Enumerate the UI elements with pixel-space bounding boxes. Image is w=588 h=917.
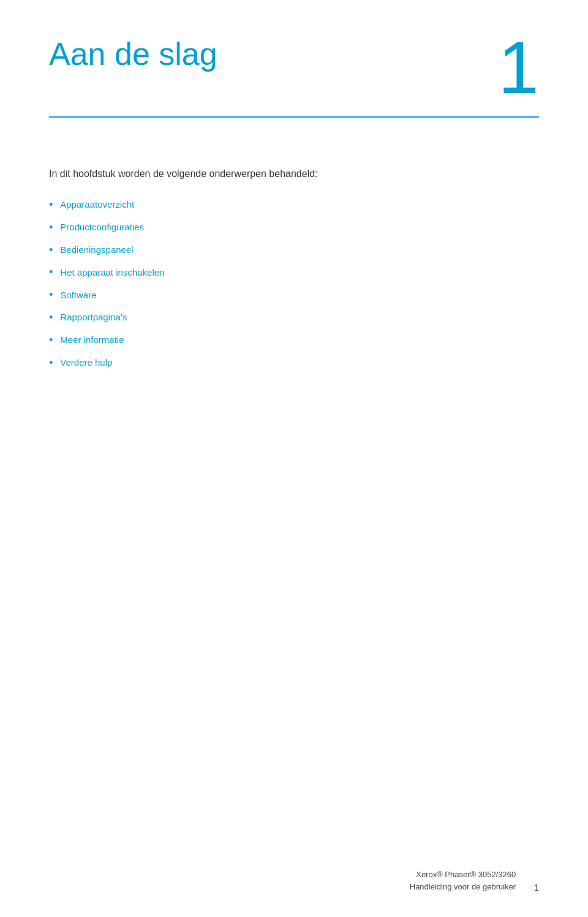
footer-brand-line1: Xerox® Phaser® 3052/3260 (410, 869, 516, 881)
footer-brand: Xerox® Phaser® 3052/3260 Handleiding voo… (410, 869, 516, 892)
chapter-header: Aan de slag 1 (49, 37, 539, 118)
topic-list: ApparaatoverzichtProductconfiguratiesBed… (49, 196, 539, 371)
footer: Xerox® Phaser® 3052/3260 Handleiding voo… (49, 869, 539, 892)
page-title: Aan de slag (49, 37, 217, 72)
list-item: Bedieningspaneel (49, 241, 539, 259)
list-item: Apparaatoverzicht (49, 196, 539, 214)
list-item: Productconfiguraties (49, 219, 539, 236)
list-item: Software (49, 286, 539, 304)
list-item: Meer informatie (49, 331, 539, 349)
list-item: Verdere hulp (49, 354, 539, 372)
footer-page-number: 1 (534, 883, 539, 892)
footer-brand-line2: Handleiding voor de gebruiker (410, 881, 516, 893)
chapter-number: 1 (498, 31, 539, 104)
page-container: Aan de slag 1 In dit hoofdstuk worden de… (0, 0, 588, 917)
list-item: Rapportpagina’s (49, 309, 539, 326)
list-item: Het apparaat inschakelen (49, 263, 539, 281)
intro-text: In dit hoofdstuk worden de volgende onde… (49, 167, 539, 181)
